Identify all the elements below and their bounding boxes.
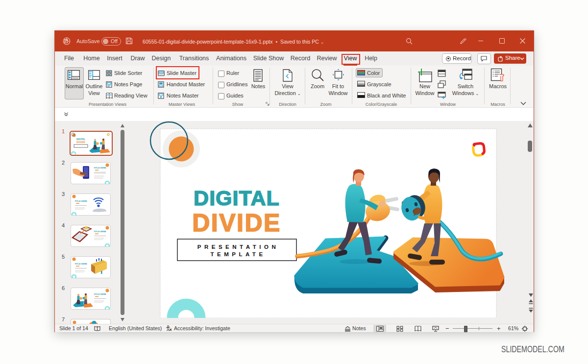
svg-text:TITLE HERE: TITLE HERE <box>94 293 106 295</box>
svg-text:DIVIDE: DIVIDE <box>192 209 281 237</box>
svg-text:P: P <box>65 39 68 43</box>
svg-text:PRESENTATION: PRESENTATION <box>197 244 279 250</box>
svg-text:TITLE HERE: TITLE HERE <box>74 263 87 265</box>
svg-text:TITLE HERE: TITLE HERE <box>94 167 106 169</box>
svg-text:DIGITAL: DIGITAL <box>194 186 280 210</box>
svg-text:DIVIDE: DIVIDE <box>76 141 85 144</box>
svg-text:TITLE HERE: TITLE HERE <box>94 230 106 233</box>
svg-text:TEMPLATE: TEMPLATE <box>210 251 266 257</box>
svg-text:TITLE HERE: TITLE HERE <box>74 200 87 202</box>
